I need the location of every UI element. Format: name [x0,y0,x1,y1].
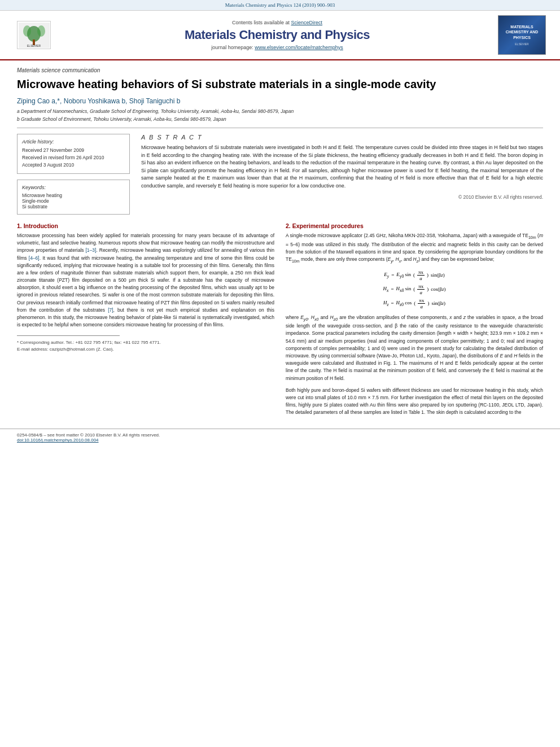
svg-text:ELSEVIER: ELSEVIER [27,44,41,47]
formula-hx: Hx = Hx0 sin ( πx a ) cos(βz) [286,283,543,295]
section2-paragraph3: Both highly pure and boron-doped Si wafe… [286,387,543,417]
elsevier-logo: ELSEVIER [11,21,56,49]
body-left-column: 1. Introduction Microwave processing has… [17,222,274,416]
formula-hz: Hz = Hz0 cos ( πx a ) sin(βz) [286,298,543,309]
formula-ey: Ey = Ey0 sin ( πx a ) sin(βz) [286,269,543,281]
info-abstract-row: Article history: Received 27 November 20… [17,134,543,215]
formula-block: Ey = Ey0 sin ( πx a ) sin(βz) Hx = Hx0 s… [286,269,543,309]
footnote-email: E-mail address: cazipizh@hotmail.com (Z.… [17,346,274,353]
affiliation-b: b Graduate School of Environment, Tohoku… [17,116,543,122]
abstract-title: A B S T R A C T [141,134,543,141]
article-type: Materials science communication [17,67,543,73]
keyword-2: Single-mode [22,198,125,204]
journal-header-center: Contents lists available at ScienceDirec… [56,20,498,50]
section1-paragraph1: Microwave processing has been widely app… [17,232,274,329]
top-bar: Materials Chemistry and Physics 124 (201… [0,0,560,11]
footnote-corresponding: * Corresponding author. Tel.: +81 022 79… [17,339,274,346]
homepage-link[interactable]: www.elsevier.com/locate/matchemphys [255,45,343,50]
elsevier-logo-box: ELSEVIER [17,21,51,49]
doi-text: doi:10.1016/j.matchemphys.2010.08.004 [17,438,543,443]
doi-link[interactable]: doi:10.1016/j.matchemphys.2010.08.004 [17,438,99,443]
keywords-title: Keywords: [22,185,125,190]
authors: Ziping Cao a,*, Noboru Yoshikawa b, Shoj… [17,97,543,105]
heating-word: heating [80,240,96,246]
cover-title: MATERIALSCHEMISTRY ANDPHYSICS [506,24,539,40]
abstract-column: A B S T R A C T Microwave heating behavi… [141,134,543,215]
body-content: 1. Introduction Microwave processing has… [17,222,543,416]
revised-row: Received in revised form 26 April 2010 [22,154,125,160]
abstract-text: Microwave heating behaviors of Si substr… [141,144,543,190]
journal-header: ELSEVIER Contents lists available at Sci… [0,11,560,60]
divider-1 [17,128,543,128]
history-title: Article history: [22,139,125,145]
elsevier-logo-area: ELSEVIER [11,21,56,49]
affiliation-a: a Department of Nanomechanics, Graduate … [17,108,543,114]
article-info-column: Article history: Received 27 November 20… [17,134,130,215]
journal-cover-image: MATERIALSCHEMISTRY ANDPHYSICS ELSEVIER [498,15,546,55]
journal-citation: Materials Chemistry and Physics 124 (201… [225,2,335,8]
article-history-box: Article history: Received 27 November 20… [17,134,130,174]
section2-paragraph1: A single-mode microwave applicator (2.45… [286,232,543,265]
received-row: Received 27 November 2009 [22,147,125,153]
journal-homepage: journal homepage: www.elsevier.com/locat… [56,45,498,50]
section1-title: 1. Introduction [17,222,274,229]
issn-text: 0254-0584/$ – see front matter © 2010 El… [17,433,543,438]
svg-point-4 [37,25,45,37]
keyword-3: Si substrate [22,204,125,209]
bottom-bar: 0254-0584/$ – see front matter © 2010 El… [0,429,560,446]
main-content: Materials science communication Microwav… [0,60,560,423]
body-right-column: 2. Experimental procedures A single-mode… [286,222,543,416]
contents-line: Contents lists available at ScienceDirec… [56,20,498,25]
paper-title: Microwave heating behaviors of Si substr… [17,77,543,91]
keyword-1: Microwave heating [22,193,125,198]
svg-point-3 [23,25,31,37]
section2-paragraph2: where Ey0, Hx0 and Hz0 are the vibration… [286,314,543,382]
sciencedirect-link[interactable]: ScienceDirect [291,20,323,25]
journal-title: Materials Chemistry and Physics [56,28,498,42]
journal-cover: MATERIALSCHEMISTRY ANDPHYSICS ELSEVIER [498,15,549,55]
copyright: © 2010 Elsevier B.V. All rights reserved… [141,194,543,200]
section2-title: 2. Experimental procedures [286,222,543,229]
keywords-box: Keywords: Microwave heating Single-mode … [17,180,130,215]
footnote-divider [17,335,120,336]
accepted-row: Accepted 3 August 2010 [22,161,125,168]
